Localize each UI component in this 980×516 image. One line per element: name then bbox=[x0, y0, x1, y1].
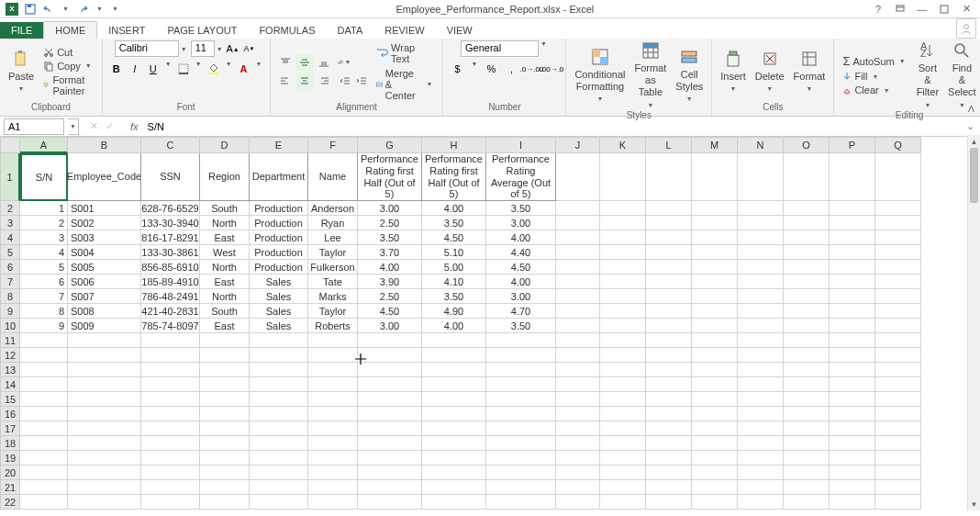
cell-E17[interactable] bbox=[250, 421, 308, 436]
cell-P20[interactable] bbox=[830, 466, 875, 480]
cell-N19[interactable] bbox=[738, 451, 784, 466]
cell-Q13[interactable] bbox=[875, 363, 921, 377]
tab-page-layout[interactable]: PAGE LAYOUT bbox=[156, 22, 248, 39]
tab-formulas[interactable]: FORMULAS bbox=[248, 22, 326, 39]
copy-button[interactable]: Copy▼ bbox=[40, 60, 96, 73]
cell-E9[interactable]: Sales bbox=[250, 304, 308, 319]
border-button[interactable] bbox=[175, 61, 192, 77]
cell-C2[interactable]: 628-76-6529 bbox=[141, 201, 200, 216]
cell-L8[interactable] bbox=[646, 289, 692, 304]
cell-P17[interactable] bbox=[830, 421, 875, 436]
cell-O15[interactable] bbox=[784, 392, 830, 407]
cell-L13[interactable] bbox=[646, 363, 692, 377]
cell-M22[interactable] bbox=[692, 495, 738, 510]
cell-I11[interactable] bbox=[486, 333, 556, 348]
cell-O3[interactable] bbox=[784, 216, 830, 230]
cell-M18[interactable] bbox=[692, 436, 738, 451]
cell-Q20[interactable] bbox=[875, 466, 921, 480]
cell-F22[interactable] bbox=[308, 495, 358, 510]
comma-format-button[interactable]: , bbox=[503, 61, 519, 77]
cell-I4[interactable]: 4.00 bbox=[486, 230, 556, 245]
cell-C5[interactable]: 133-30-3861 bbox=[141, 245, 200, 260]
cell-P11[interactable] bbox=[830, 333, 875, 348]
cell-C9[interactable]: 421-40-2831 bbox=[141, 304, 200, 319]
cell-G21[interactable] bbox=[358, 480, 422, 495]
cell-L10[interactable] bbox=[646, 319, 692, 333]
delete-cells-button[interactable]: Delete▼ bbox=[752, 49, 787, 95]
row-header-13[interactable]: 13 bbox=[0, 363, 20, 377]
cell-J21[interactable] bbox=[556, 480, 600, 495]
cell-C19[interactable] bbox=[141, 451, 200, 466]
cell-I20[interactable] bbox=[486, 466, 556, 480]
cell-F19[interactable] bbox=[308, 451, 358, 466]
cell-C12[interactable] bbox=[141, 348, 200, 363]
cell-Q2[interactable] bbox=[875, 201, 921, 216]
cell-E8[interactable]: Sales bbox=[250, 289, 308, 304]
cell-J11[interactable] bbox=[556, 333, 600, 348]
cell-M7[interactable] bbox=[692, 275, 738, 289]
cell-J4[interactable] bbox=[556, 230, 600, 245]
cell-B7[interactable]: S006 bbox=[68, 275, 141, 289]
cell-M6[interactable] bbox=[692, 260, 738, 275]
cell-F16[interactable] bbox=[308, 407, 358, 421]
cell-D17[interactable] bbox=[200, 421, 250, 436]
cell-F8[interactable]: Marks bbox=[308, 289, 358, 304]
row-header-7[interactable]: 7 bbox=[0, 275, 20, 289]
cell-K8[interactable] bbox=[600, 289, 646, 304]
cell-K4[interactable] bbox=[600, 230, 646, 245]
column-header-D[interactable]: D bbox=[200, 137, 250, 153]
cell-K13[interactable] bbox=[600, 363, 646, 377]
cell-P9[interactable] bbox=[830, 304, 875, 319]
cell-J10[interactable] bbox=[556, 319, 600, 333]
row-header-15[interactable]: 15 bbox=[0, 392, 20, 407]
cell-D15[interactable] bbox=[200, 392, 250, 407]
column-header-N[interactable]: N bbox=[738, 137, 784, 153]
clear-button[interactable]: Clear▼ bbox=[840, 84, 909, 96]
paste-button[interactable]: Paste ▼ bbox=[6, 49, 37, 95]
cell-P18[interactable] bbox=[830, 436, 875, 451]
formula-input[interactable]: S/N bbox=[144, 119, 961, 134]
cell-I17[interactable] bbox=[486, 421, 556, 436]
cell-P19[interactable] bbox=[830, 451, 875, 466]
cell-P5[interactable] bbox=[830, 245, 875, 260]
cell-Q18[interactable] bbox=[875, 436, 921, 451]
cell-O12[interactable] bbox=[784, 348, 830, 363]
cell-O4[interactable] bbox=[784, 230, 830, 245]
cell-K14[interactable] bbox=[600, 377, 646, 392]
cell-H8[interactable]: 3.50 bbox=[422, 289, 486, 304]
cell-H12[interactable] bbox=[422, 348, 486, 363]
cell-E2[interactable]: Production bbox=[250, 201, 308, 216]
cell-N8[interactable] bbox=[738, 289, 784, 304]
cell-I13[interactable] bbox=[486, 363, 556, 377]
cell-O21[interactable] bbox=[784, 480, 830, 495]
column-header-I[interactable]: I bbox=[486, 137, 556, 153]
cell-O6[interactable] bbox=[784, 260, 830, 275]
scroll-down-icon[interactable]: ▼ bbox=[968, 498, 980, 510]
merge-center-button[interactable]: Merge & Center▼ bbox=[373, 67, 438, 102]
cell-F6[interactable]: Fulkerson bbox=[308, 260, 358, 275]
tab-insert[interactable]: INSERT bbox=[97, 22, 156, 39]
cell-E10[interactable]: Sales bbox=[250, 319, 308, 333]
cell-C8[interactable]: 786-48-2491 bbox=[141, 289, 200, 304]
cell-Q22[interactable] bbox=[875, 495, 921, 510]
cell-M2[interactable] bbox=[692, 201, 738, 216]
cell-F7[interactable]: Tate bbox=[308, 275, 358, 289]
cell-Q21[interactable] bbox=[875, 480, 921, 495]
row-header-2[interactable]: 2 bbox=[0, 201, 20, 216]
cell-B19[interactable] bbox=[68, 451, 141, 466]
cell-P3[interactable] bbox=[830, 216, 875, 230]
cell-Q17[interactable] bbox=[875, 421, 921, 436]
cell-M10[interactable] bbox=[692, 319, 738, 333]
cell-H10[interactable]: 4.00 bbox=[422, 319, 486, 333]
cell-N3[interactable] bbox=[738, 216, 784, 230]
cell-A6[interactable]: 5 bbox=[20, 260, 68, 275]
cell-L7[interactable] bbox=[646, 275, 692, 289]
cell-M8[interactable] bbox=[692, 289, 738, 304]
cell-M12[interactable] bbox=[692, 348, 738, 363]
cell-N2[interactable] bbox=[738, 201, 784, 216]
cell-E20[interactable] bbox=[250, 466, 308, 480]
cell-J22[interactable] bbox=[556, 495, 600, 510]
row-header-22[interactable]: 22 bbox=[0, 495, 20, 510]
cell-G20[interactable] bbox=[358, 466, 422, 480]
cell-Q12[interactable] bbox=[875, 348, 921, 363]
